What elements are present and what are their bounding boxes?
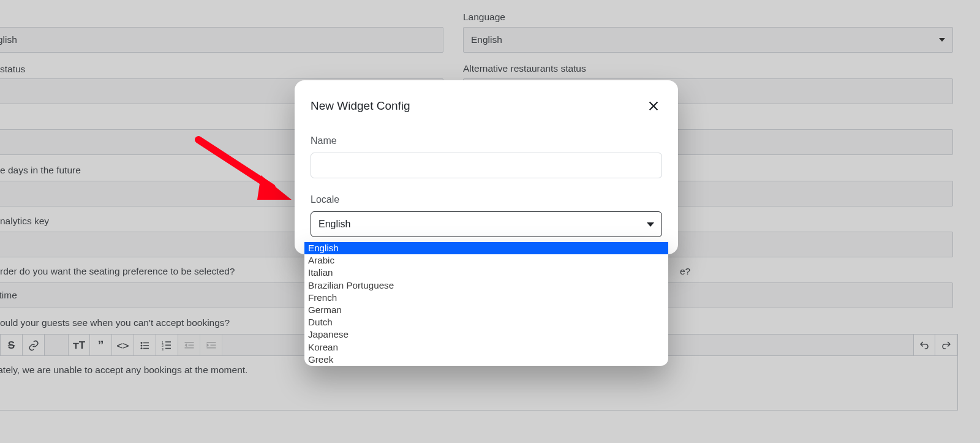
locale-option[interactable]: Italian (304, 267, 668, 279)
locale-option[interactable]: Arabic (304, 254, 668, 267)
close-icon[interactable] (645, 97, 662, 115)
locale-option[interactable]: German (304, 304, 668, 316)
locale-option[interactable]: Dutch (304, 316, 668, 328)
name-input[interactable] (311, 153, 662, 178)
modal-title: New Widget Config (311, 99, 410, 113)
locale-option[interactable]: Japanese (304, 328, 668, 341)
locale-option[interactable]: Brazilian Portuguese (304, 279, 668, 292)
locale-option[interactable]: Greek (304, 354, 668, 366)
locale-select[interactable]: English (311, 211, 662, 237)
locale-option[interactable]: French (304, 292, 668, 304)
locale-label: Locale (311, 194, 662, 205)
locale-dropdown[interactable]: EnglishArabicItalianBrazilian Portuguese… (304, 242, 668, 366)
chevron-down-icon (647, 222, 654, 227)
name-label: Name (311, 135, 662, 146)
new-widget-config-modal: New Widget Config Name Locale English En… (295, 80, 678, 254)
locale-select-value: English (318, 219, 350, 230)
locale-option[interactable]: English (304, 242, 668, 254)
locale-option[interactable]: Korean (304, 341, 668, 354)
